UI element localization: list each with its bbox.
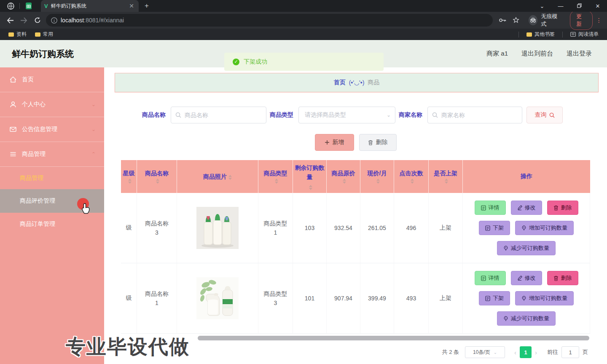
off-shelf-button[interactable]: 下架 [479,291,510,305]
sort-caret[interactable] [343,179,346,184]
back-icon[interactable] [5,15,15,26]
off-shelf-button[interactable]: 下架 [479,221,510,235]
increase-qty-button[interactable]: 增加可订购数量 [515,291,574,305]
pen-icon [517,276,522,281]
add-button[interactable]: 新增 [315,134,354,151]
forward-icon[interactable] [19,15,29,26]
sort-caret[interactable] [445,179,448,184]
cell-current-price: 261.05 [360,193,394,263]
other-bookmarks[interactable]: 其他书签 [526,31,555,38]
browser-toolbar: localhost:8081/#/xiannai 无痕模式 更新 ⋮ [0,12,607,29]
bookmark-label: 常用 [43,31,53,38]
cell-name: 商品名称 1 [137,263,177,333]
product-name-input[interactable] [171,107,266,123]
location-icon [521,296,526,301]
reload-icon[interactable] [32,15,43,26]
cell-name: 商品名称 3 [137,193,177,263]
col-product-name[interactable]: 商品名称 [137,160,177,193]
sidebar-item-announcement[interactable]: 公告信息管理 ⌄ [0,117,104,142]
site-info-icon[interactable] [51,17,57,24]
window-menu-icon[interactable]: ⌄ [533,3,551,9]
breadcrumb-home-link[interactable]: 首页 [334,79,346,86]
edit-button[interactable]: 修改 [511,271,542,285]
close-window-icon[interactable]: ✕ [588,3,607,9]
folder-icon [526,32,532,37]
page-size-select[interactable]: 10条/页 ⌄ [465,346,505,358]
sort-caret[interactable] [411,179,414,184]
success-toast: ✓ 下架成功 [224,53,384,71]
col-on-shelf[interactable]: 是否上架 [429,160,463,193]
folder-icon [35,32,40,37]
toast-message: 下架成功 [244,58,267,66]
bookmark-star-icon[interactable] [511,15,521,26]
query-button[interactable]: 查询 [526,107,563,123]
product-type-select[interactable]: 请选择商品类型 ⌄ [298,107,395,123]
increase-qty-button[interactable]: 增加可订购数量 [515,221,574,235]
cell-status: 上架 [429,193,463,263]
reading-list[interactable]: 阅读清单 [570,31,599,38]
bookmark-folder[interactable]: 常用 [35,31,53,38]
cell-operations: 详情 修改 删除 下架 增加可订购数量 减少可订购数量 [463,193,590,263]
sidebar: 首页 个人中心 ⌄ 公告信息管理 ⌄ 商品管理 ⌃ 商品管理 商品评价管理 商品… [0,67,104,364]
exit-to-front-link[interactable]: 退出到前台 [521,50,553,58]
current-page[interactable]: 1 [520,346,532,358]
bookmark-folder[interactable]: 资料 [8,31,27,38]
cell-star: 级 [121,263,137,333]
sort-caret[interactable] [309,185,312,190]
sort-caret[interactable] [376,179,380,184]
minimize-icon[interactable]: — [551,3,570,9]
row-delete-button[interactable]: 删除 [547,271,578,285]
password-key-icon[interactable] [498,15,508,26]
cell-original-price: 932.54 [327,193,360,263]
home-icon [9,76,17,83]
sidebar-subitem-product-order-mgmt[interactable]: 商品订单管理 [0,213,104,235]
merchant-name-input[interactable] [428,107,522,123]
detail-button[interactable]: 详情 [475,271,506,285]
goto-page-input[interactable] [561,346,579,358]
tab-close-icon[interactable]: ✕ [128,3,135,9]
col-product-photo[interactable]: 商品照片 [177,160,258,193]
trash-icon [553,205,559,211]
search-icon [175,112,181,118]
col-click-count[interactable]: 点击次数 [394,160,429,193]
col-current-price[interactable]: 现价/月 [360,160,394,193]
product-name-label: 商品名称 [142,111,166,119]
browser-tab[interactable]: V 鲜牛奶订购系统 ✕ [41,0,139,12]
delete-button[interactable]: 删除 [359,134,397,151]
merchant-name-label: 商家名称 [399,111,422,119]
prev-page-icon[interactable]: ‹ [514,349,516,356]
hand-cursor-icon [81,203,91,214]
cell-photo [177,193,258,263]
sidebar-item-home[interactable]: 首页 [0,67,104,92]
sort-caret[interactable] [156,179,159,184]
logout-link[interactable]: 退出登录 [567,50,592,58]
decrease-qty-button[interactable]: 减少可订购数量 [497,241,556,255]
sort-caret[interactable] [275,179,278,184]
sort-caret[interactable] [228,175,232,180]
cell-clicks: 496 [394,193,429,263]
sheets-pinned-tab-icon[interactable] [25,2,32,10]
col-original-price[interactable]: 商品原价 [327,160,360,193]
bookmarks-bar: 资料 常用 其他书签 阅读清单 [0,29,607,40]
sidebar-item-product-mgmt[interactable]: 商品管理 ⌃ [0,142,104,167]
browser-menu-icon[interactable]: ⋮ [596,17,602,24]
horizontal-scrollbar[interactable] [198,336,589,340]
col-remaining-qty[interactable]: 剩余订购数量 [293,160,327,193]
edit-button[interactable]: 修改 [511,201,542,215]
decrease-qty-button[interactable]: 减少可订购数量 [497,311,556,326]
location-icon [521,225,526,231]
sidebar-item-personal-center[interactable]: 个人中心 ⌄ [0,92,104,117]
new-tab-button[interactable]: + [145,2,149,10]
update-button[interactable]: 更新 [570,11,593,30]
address-bar[interactable]: localhost:8081/#/xiannai [46,14,493,27]
detail-button[interactable]: 详情 [475,201,506,215]
bookmark-label: 其他书签 [534,31,555,38]
col-product-type[interactable]: 商品类型 [258,160,293,193]
next-page-icon[interactable]: › [535,349,537,356]
row-delete-button[interactable]: 删除 [547,201,578,215]
browser-logo-icon[interactable] [7,2,14,10]
maximize-icon[interactable] [570,3,588,9]
col-star-level[interactable]: 星级 [121,160,137,193]
sidebar-subitem-product-mgmt[interactable]: 商品管理 [0,167,104,189]
sort-caret[interactable] [128,179,132,184]
